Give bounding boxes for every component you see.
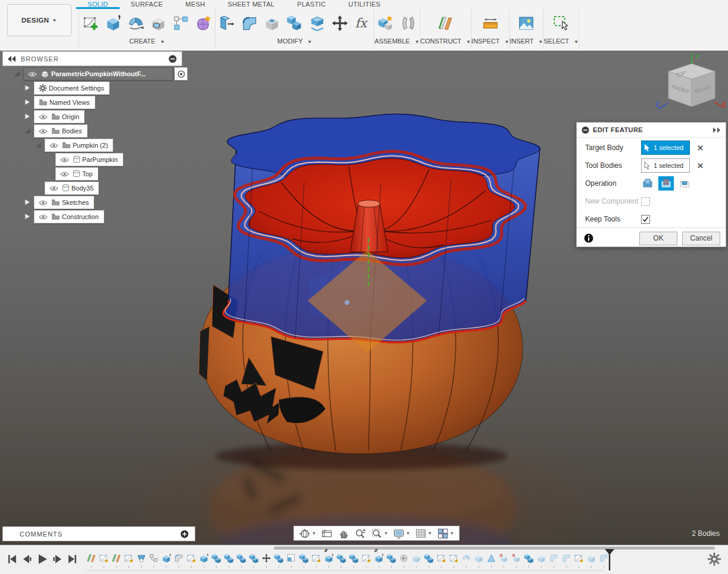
browser-row-body35[interactable]: Body35 <box>35 182 99 195</box>
group-label-create[interactable]: CREATE ▼ <box>129 38 165 45</box>
browser-row-origin[interactable]: Origin <box>24 110 85 123</box>
visibility-eye-icon[interactable] <box>39 114 48 120</box>
timeline-feature-sketch-29[interactable] <box>449 553 459 563</box>
browser-row-sketches[interactable]: Sketches <box>24 196 94 209</box>
timeline-feature-combine-15[interactable] <box>274 553 284 563</box>
parameters-fx-icon[interactable]: fx <box>351 11 374 35</box>
browser-row-pumpkin-2-[interactable]: Pumpkin (2) <box>35 139 113 152</box>
insert-image-icon[interactable] <box>515 11 538 35</box>
timeline-feature-fillet-light-37[interactable] <box>549 553 559 563</box>
timeline-feature-sketch-3[interactable] <box>124 553 134 563</box>
timeline-feature-rollback-25[interactable] <box>399 553 409 563</box>
viewports-icon[interactable]: ▼ <box>435 527 457 539</box>
timeline-feature-combine-10[interactable] <box>211 553 221 563</box>
revolve-icon[interactable] <box>124 11 147 35</box>
timeline-feature-extrude-6[interactable] <box>161 553 171 563</box>
timeline-feature-sketch-1[interactable] <box>99 553 109 563</box>
design-workspace-dropdown[interactable]: DESIGN ▼ <box>7 4 71 36</box>
joint-icon[interactable] <box>397 11 420 35</box>
dialog-expand-icon[interactable] <box>713 127 721 133</box>
keep-tools-checkbox[interactable] <box>641 215 650 224</box>
timeline-play-button[interactable] <box>35 551 49 567</box>
operation-intersect-button[interactable] <box>677 176 692 191</box>
browser-row-named-views[interactable]: Named Views <box>24 96 95 109</box>
hole-icon[interactable] <box>147 11 170 35</box>
pan-icon[interactable] <box>335 527 352 539</box>
offset-face-icon[interactable] <box>306 11 329 35</box>
expand-triangle-icon[interactable] <box>13 70 21 78</box>
browser-row-bodies[interactable]: Bodies <box>24 124 88 138</box>
fit-icon[interactable]: ▼ <box>368 527 390 539</box>
new-component-icon[interactable] <box>374 11 397 35</box>
group-label-assemble[interactable]: ASSEMBLE ▼ <box>374 38 419 45</box>
tool-bodies-selection-chip[interactable]: 1 selected <box>641 158 690 173</box>
timeline-feature-combine-21[interactable] <box>349 553 359 563</box>
orbit-icon[interactable]: ▼ <box>296 527 318 539</box>
zoom-icon[interactable] <box>352 527 368 539</box>
collapse-triangle-icon[interactable] <box>24 127 32 135</box>
dialog-minus-icon[interactable] <box>582 126 589 134</box>
expand-triangle-icon[interactable] <box>24 213 32 221</box>
visibility-eye-icon[interactable] <box>60 157 69 163</box>
collapse-panel-icon[interactable] <box>8 56 16 62</box>
group-label-select[interactable]: SELECT ▼ <box>543 38 579 45</box>
group-label-construct[interactable]: CONSTRUCT ▼ <box>420 38 471 45</box>
timeline-feature-fillet-light-38[interactable] <box>561 553 571 563</box>
panel-minus-icon[interactable] <box>168 55 177 63</box>
timeline-feature-box-light-31[interactable] <box>474 553 484 563</box>
timeline-skip-end-button[interactable] <box>64 551 79 567</box>
visibility-eye-icon[interactable] <box>28 71 37 77</box>
timeline-feature-sketch-28[interactable] <box>436 553 446 563</box>
timeline-step-back-button[interactable] <box>20 551 35 567</box>
timeline-feature-combine-24[interactable] <box>386 553 396 563</box>
tab-surface[interactable]: SURFACE <box>120 0 174 9</box>
cancel-button[interactable]: Cancel <box>682 232 720 245</box>
activate-component-radio[interactable] <box>174 67 188 80</box>
move-icon[interactable] <box>329 11 351 35</box>
timeline-scrollbar[interactable] <box>274 547 715 550</box>
timeline-feature-loft-4[interactable] <box>136 553 146 563</box>
timeline-feature-box-light-26[interactable] <box>411 553 421 563</box>
visibility-eye-icon[interactable] <box>60 171 69 177</box>
timeline-feature-move-14[interactable] <box>261 553 271 563</box>
tab-plastic[interactable]: PLASTIC <box>286 0 337 9</box>
timeline-skip-start-button[interactable] <box>5 551 20 567</box>
select-icon[interactable] <box>550 11 573 35</box>
group-label-insert[interactable]: INSERT ▼ <box>510 38 543 45</box>
timeline-position-marker[interactable] <box>605 549 614 570</box>
timeline-feature-box-light-36[interactable] <box>536 553 546 563</box>
tab-sheet-metal[interactable]: SHEET METAL <box>217 0 286 9</box>
target-body-clear-icon[interactable]: ✕ <box>697 144 704 152</box>
timeline-feature-sketch-8[interactable] <box>186 553 196 563</box>
grid-settings-icon[interactable]: ▼ <box>413 527 435 539</box>
timeline-feature-split-16[interactable] <box>286 553 296 563</box>
expand-triangle-icon[interactable] <box>24 198 32 207</box>
group-label-modify[interactable]: MODIFY ▼ <box>277 38 313 45</box>
dialog-header[interactable]: EDIT FEATURE <box>577 123 726 138</box>
timeline-feature-cone-32[interactable] <box>486 553 496 563</box>
visibility-eye-icon[interactable] <box>49 142 58 149</box>
timeline-feature-extrude-19[interactable]: /// <box>324 553 334 563</box>
timeline-feature-sketch-22[interactable] <box>361 553 371 563</box>
shell-icon[interactable] <box>261 11 283 35</box>
form-icon[interactable] <box>192 11 215 35</box>
group-label-inspect[interactable]: INSPECT ▼ <box>471 38 509 45</box>
timeline-feature-combine-17[interactable] <box>299 553 309 563</box>
add-comment-icon[interactable] <box>180 530 189 538</box>
timeline-feature-combine-35[interactable] <box>524 553 534 563</box>
visibility-eye-icon[interactable] <box>39 128 48 135</box>
browser-row-parpumpkin[interactable]: ParPumpkin <box>45 153 123 166</box>
new-component-checkbox[interactable] <box>641 197 650 206</box>
timeline-feature-fillet-gray-7[interactable] <box>174 553 184 563</box>
timeline-feature-suppressed-33[interactable] <box>499 553 509 563</box>
timeline-feature-extrude-light-40[interactable] <box>586 553 596 563</box>
visibility-eye-icon[interactable] <box>39 214 48 220</box>
timeline-feature-sketch-39[interactable] <box>574 553 584 563</box>
browser-row-construction[interactable]: Construction <box>24 210 104 223</box>
expand-triangle-icon[interactable] <box>24 98 32 107</box>
construction-plane-icon[interactable] <box>434 11 457 35</box>
timeline-feature-revolve-light-30[interactable] <box>461 553 471 563</box>
timeline-feature-link-5[interactable] <box>149 553 159 563</box>
timeline-feature-combine-11[interactable] <box>224 553 234 563</box>
3d-viewport[interactable]: Y Z X TOP FRONT RIGHT BROWSER Parametric… <box>0 51 728 545</box>
